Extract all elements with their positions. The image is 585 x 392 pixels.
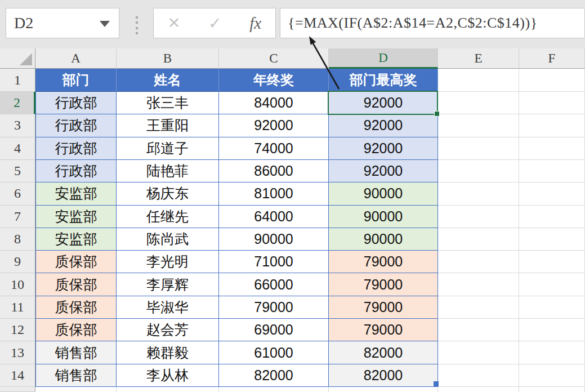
- row-header-12[interactable]: 12: [0, 319, 35, 341]
- cell-D13[interactable]: 82000: [329, 341, 438, 364]
- cell-B1[interactable]: 姓名: [117, 69, 219, 92]
- cell-E2[interactable]: [438, 92, 519, 114]
- cell-C2[interactable]: 84000: [219, 92, 329, 114]
- cell-F9[interactable]: [519, 251, 585, 273]
- cell-C5[interactable]: 86000: [219, 160, 329, 182]
- cell-B6[interactable]: 杨庆东: [117, 182, 219, 205]
- column-header-C[interactable]: C: [219, 48, 329, 69]
- cell-B8[interactable]: 陈尚武: [117, 228, 219, 251]
- cell-A6[interactable]: 安监部: [35, 182, 117, 205]
- cell-B7[interactable]: 任继先: [117, 206, 219, 228]
- row-header-10[interactable]: 10: [0, 273, 35, 296]
- row-header-1[interactable]: 1: [0, 69, 35, 92]
- cell-D4[interactable]: 92000: [329, 137, 438, 160]
- row-header-4[interactable]: 4: [0, 137, 35, 160]
- cell-B12[interactable]: 赵会芳: [117, 319, 219, 341]
- cell-B3[interactable]: 王重阳: [117, 114, 219, 137]
- row-header-2[interactable]: 2: [0, 92, 35, 114]
- cell-A14[interactable]: 销售部: [35, 364, 117, 387]
- cell-F5[interactable]: [519, 160, 585, 182]
- row-header-7[interactable]: 7: [0, 206, 35, 228]
- name-box-dropdown-icon[interactable]: [100, 21, 110, 27]
- cell-B14[interactable]: 李从林: [117, 364, 219, 387]
- formula-input[interactable]: {=MAX(IF(A$2:A$14=A2,C$2:C$14))}: [280, 8, 585, 38]
- cell-A8[interactable]: 安监部: [35, 228, 117, 251]
- cell-F14[interactable]: [519, 364, 585, 387]
- cell-F13[interactable]: [519, 341, 585, 364]
- cell-C15[interactable]: [219, 387, 329, 392]
- cell-E15[interactable]: [438, 387, 519, 392]
- cell-C8[interactable]: 90000: [219, 228, 329, 251]
- cell-E7[interactable]: [438, 206, 519, 228]
- cell-B11[interactable]: 毕淑华: [117, 296, 219, 319]
- cell-D2[interactable]: 92000: [329, 92, 438, 114]
- cell-F1[interactable]: [519, 69, 585, 92]
- cell-E1[interactable]: [438, 69, 519, 92]
- cell-D15[interactable]: [329, 387, 438, 392]
- row-header-6[interactable]: 6: [0, 182, 35, 205]
- cell-C9[interactable]: 71000: [219, 251, 329, 273]
- fill-handle[interactable]: [434, 111, 440, 117]
- column-header-A[interactable]: A: [35, 48, 117, 69]
- cell-C3[interactable]: 92000: [219, 114, 329, 137]
- name-box[interactable]: D2: [6, 8, 119, 38]
- row-header-9[interactable]: 9: [0, 251, 35, 273]
- cell-A9[interactable]: 质保部: [35, 251, 117, 273]
- cell-A11[interactable]: 质保部: [35, 296, 117, 319]
- cell-C11[interactable]: 79000: [219, 296, 329, 319]
- cell-D5[interactable]: 92000: [329, 160, 438, 182]
- row-header-3[interactable]: 3: [0, 114, 35, 137]
- cell-D7[interactable]: 90000: [329, 206, 438, 228]
- cell-E11[interactable]: [438, 296, 519, 319]
- cell-D14[interactable]: 82000: [329, 364, 438, 387]
- cell-E13[interactable]: [438, 341, 519, 364]
- cell-F8[interactable]: [519, 228, 585, 251]
- cell-D12[interactable]: 79000: [329, 319, 438, 341]
- cell-E9[interactable]: [438, 251, 519, 273]
- cell-A12[interactable]: 质保部: [35, 319, 117, 341]
- cell-E4[interactable]: [438, 137, 519, 160]
- enter-icon[interactable]: ✓: [208, 14, 221, 33]
- cell-C6[interactable]: 81000: [219, 182, 329, 205]
- cell-A15[interactable]: [35, 387, 117, 392]
- cell-E14[interactable]: [438, 364, 519, 387]
- column-header-B[interactable]: B: [117, 48, 219, 69]
- cell-A13[interactable]: 销售部: [35, 341, 117, 364]
- cell-D9[interactable]: 79000: [329, 251, 438, 273]
- cell-C13[interactable]: 61000: [219, 341, 329, 364]
- cell-B15[interactable]: [117, 387, 219, 392]
- cancel-icon[interactable]: ✕: [168, 14, 181, 32]
- row-header-13[interactable]: 13: [0, 341, 35, 364]
- row-header-14[interactable]: 14: [0, 364, 35, 387]
- cell-B10[interactable]: 李厚辉: [117, 273, 219, 296]
- column-header-F[interactable]: F: [519, 48, 585, 69]
- cell-F11[interactable]: [519, 296, 585, 319]
- cell-E8[interactable]: [438, 228, 519, 251]
- cell-A7[interactable]: 安监部: [35, 206, 117, 228]
- row-header-11[interactable]: 11: [0, 296, 35, 319]
- cell-F6[interactable]: [519, 182, 585, 205]
- cell-D6[interactable]: 90000: [329, 182, 438, 205]
- cell-E3[interactable]: [438, 114, 519, 137]
- cell-A3[interactable]: 行政部: [35, 114, 117, 137]
- cell-C12[interactable]: 69000: [219, 319, 329, 341]
- insert-function-icon[interactable]: fx: [249, 14, 261, 33]
- cell-D11[interactable]: 79000: [329, 296, 438, 319]
- cell-B9[interactable]: 李光明: [117, 251, 219, 273]
- cell-D3[interactable]: 92000: [329, 114, 438, 137]
- cell-C14[interactable]: 82000: [219, 364, 329, 387]
- cell-D10[interactable]: 79000: [329, 273, 438, 296]
- column-header-E[interactable]: E: [438, 48, 519, 69]
- cell-F10[interactable]: [519, 273, 585, 296]
- column-header-D[interactable]: D: [329, 48, 438, 69]
- row-header-5[interactable]: 5: [0, 160, 35, 182]
- cell-A10[interactable]: 质保部: [35, 273, 117, 296]
- cell-A4[interactable]: 行政部: [35, 137, 117, 160]
- cell-B2[interactable]: 张三丰: [117, 92, 219, 114]
- cell-C4[interactable]: 74000: [219, 137, 329, 160]
- cell-F3[interactable]: [519, 114, 585, 137]
- cell-C10[interactable]: 66000: [219, 273, 329, 296]
- cell-D1[interactable]: 部门最高奖: [329, 69, 438, 92]
- cell-E10[interactable]: [438, 273, 519, 296]
- cell-B5[interactable]: 陆艳菲: [117, 160, 219, 182]
